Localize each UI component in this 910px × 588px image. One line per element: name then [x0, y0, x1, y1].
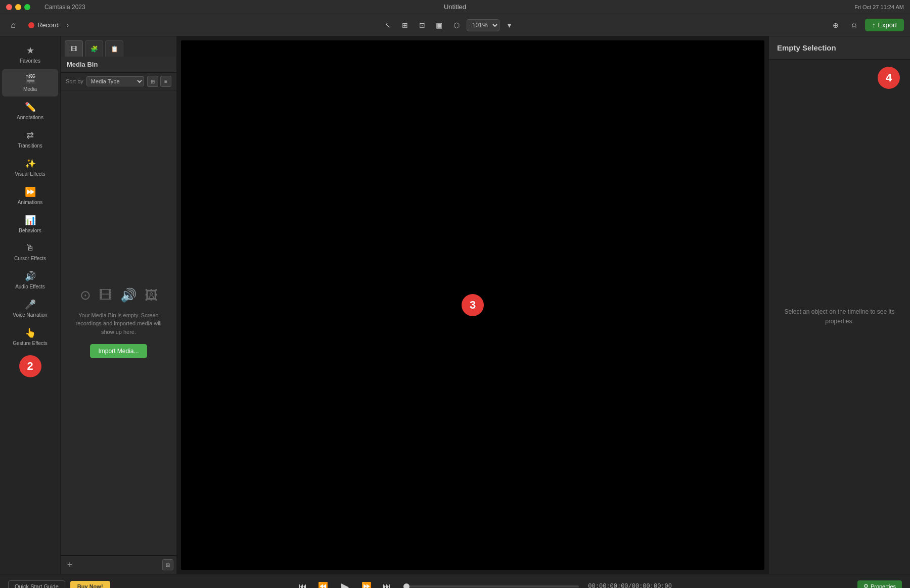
sidebar-item-visual-effects[interactable]: ✨ Visual Effects — [2, 154, 58, 181]
record-chevron-icon: › — [67, 22, 69, 29]
home-button[interactable]: ⌂ — [6, 18, 20, 32]
audio-effects-icon: 🔊 — [25, 271, 36, 282]
media-bin-tab-icon: 🎞 — [71, 45, 77, 53]
app-name: Camtasia 2023 — [44, 4, 85, 11]
skip-forward-button[interactable]: ⏭ — [379, 579, 394, 589]
media-empty-text: Your Media Bin is empty. Screen recordin… — [71, 311, 166, 336]
gesture-effects-icon: 👆 — [25, 327, 36, 338]
sidebar-item-audio-effects[interactable]: 🔊 Audio Effects — [2, 267, 58, 294]
snap-tool-button[interactable]: ⊡ — [415, 18, 429, 32]
media-icon: 🎬 — [25, 73, 36, 84]
play-button[interactable]: ▶ — [336, 577, 354, 589]
canvas-tool-button[interactable]: ⬡ — [449, 18, 464, 32]
sidebar-label-transitions: Transitions — [18, 143, 42, 149]
panel-sort-bar: Sort by Media Type ⊞ ≡ — [61, 73, 176, 90]
panel-tab-lib[interactable]: 🧩 — [85, 40, 103, 57]
annotation-badge-3: 3 — [462, 294, 484, 316]
assets-tab-icon: 📋 — [111, 45, 118, 53]
sidebar-label-annotations: Annotations — [17, 115, 43, 121]
sidebar-label-gesture-effects: Gesture Effects — [13, 340, 48, 347]
select-tool-button[interactable]: ↖ — [381, 18, 395, 32]
quick-start-guide-button[interactable]: Quick Start Guide — [8, 580, 65, 589]
voice-narration-icon: 🎤 — [25, 299, 36, 310]
sidebar-item-favorites[interactable]: ★ Favorites — [2, 41, 58, 68]
grid-tool-button[interactable]: ⊞ — [398, 18, 412, 32]
sidebar-item-voice-narration[interactable]: 🎤 Voice Narration — [2, 295, 58, 322]
current-timecode: 00:00:00;00 — [588, 583, 628, 589]
panel-tab-assets[interactable]: 📋 — [105, 40, 123, 57]
record-indicator — [28, 22, 34, 28]
timeline-area: Quick Start Guide Buy Now! ⏮ ⏪ ▶ ⏩ ⏭ 00:… — [0, 574, 910, 588]
step-back-button[interactable]: ⏪ — [315, 579, 331, 589]
share-icon-button[interactable]: ⎙ — [847, 18, 861, 32]
preview-area: 3 — [177, 36, 768, 574]
panel-area: 🎞 🧩 📋 Media Bin Sort by Media Type ⊞ ≡ — [61, 36, 177, 574]
sort-label: Sort by — [66, 78, 83, 84]
layout-tool-button[interactable]: ▣ — [432, 18, 446, 32]
fullscreen-button[interactable] — [24, 4, 30, 10]
media-type-icons: ⊙ 🎞 🔊 🖼 — [80, 287, 158, 303]
buy-now-button[interactable]: Buy Now! — [70, 581, 110, 589]
audio-media-icon: 🔊 — [120, 287, 136, 303]
properties-btn-label: Properties — [871, 583, 896, 589]
zoom-dropdown-button[interactable]: ▾ — [503, 18, 517, 32]
list-view-button[interactable]: ≡ — [160, 76, 171, 87]
playback-timeline[interactable] — [403, 585, 579, 587]
sidebar-label-voice-narration: Voice Narration — [13, 312, 47, 318]
import-media-button[interactable]: Import Media... — [90, 344, 147, 358]
properties-panel: 4 Empty Selection Select an object on th… — [768, 36, 910, 574]
lib-tab-icon: 🧩 — [90, 45, 98, 53]
sidebar-item-cursor-effects[interactable]: 🖱 Cursor Effects — [2, 239, 58, 266]
center-toolbar-controls: ↖ ⊞ ⊡ ▣ ⬡ 101% ▾ — [381, 18, 517, 32]
properties-panel-button[interactable]: ⚙ Properties — [857, 580, 902, 588]
panel-header: Media Bin — [61, 57, 176, 73]
sort-icons: ⊞ ≡ — [147, 76, 171, 87]
add-icon-button[interactable]: ⊕ — [829, 18, 843, 32]
visual-effects-icon: ✨ — [25, 158, 36, 169]
panel-tab-media-bin[interactable]: 🎞 — [65, 40, 83, 57]
grid-layout-button[interactable]: ⊞ — [162, 559, 173, 570]
system-status: Fri Oct 27 11:24 AM — [854, 4, 904, 10]
playback-thumb[interactable] — [403, 583, 410, 589]
grid-view-button[interactable]: ⊞ — [147, 76, 158, 87]
sidebar-label-visual-effects: Visual Effects — [15, 171, 45, 177]
sidebar-item-gesture-effects[interactable]: 👆 Gesture Effects — [2, 323, 58, 351]
timecode-display: 00:00:00;00/00:00:00;00 — [588, 583, 672, 589]
record-button[interactable]: Record — [24, 19, 63, 31]
add-item-button[interactable]: + — [64, 559, 76, 571]
transitions-icon: ⇄ — [26, 130, 34, 141]
window-title: Untitled — [444, 3, 466, 11]
skip-back-button[interactable]: ⏮ — [295, 579, 310, 589]
sidebar-item-transitions[interactable]: ⇄ Transitions — [2, 126, 58, 153]
title-bar: Camtasia 2023 Untitled Fri Oct 27 11:24 … — [0, 0, 910, 14]
close-button[interactable] — [6, 4, 12, 10]
sidebar-item-annotations[interactable]: ✏️ Annotations — [2, 97, 58, 125]
zoom-select[interactable]: 101% — [467, 19, 499, 31]
annotation-badge-2: 2 — [19, 355, 41, 377]
sidebar-label-cursor-effects: Cursor Effects — [14, 256, 46, 262]
sidebar-item-animations[interactable]: ⏩ Animations — [2, 182, 58, 210]
step-forward-button[interactable]: ⏩ — [359, 579, 374, 589]
sidebar-label-animations: Animations — [18, 200, 42, 206]
animations-icon: ⏩ — [25, 186, 36, 198]
sidebar-item-behaviors[interactable]: 📊 Behaviors — [2, 211, 58, 238]
star-icon: ★ — [26, 45, 34, 56]
cursor-effects-icon: 🖱 — [26, 243, 35, 254]
sidebar-label-audio-effects: Audio Effects — [15, 284, 45, 290]
preview-canvas: 3 — [181, 40, 764, 570]
video-media-icon: 🎞 — [99, 287, 112, 303]
record-label: Record — [37, 21, 59, 29]
sidebar-item-media[interactable]: 🎬 Media — [2, 69, 58, 96]
export-button[interactable]: ↑ Export — [865, 19, 904, 31]
sort-select[interactable]: Media Type — [86, 76, 144, 86]
image-media-icon: 🖼 — [145, 287, 158, 303]
media-bin-content: ⊙ 🎞 🔊 🖼 Your Media Bin is empty. Screen … — [61, 90, 176, 555]
playback-controls: Quick Start Guide Buy Now! ⏮ ⏪ ▶ ⏩ ⏭ 00:… — [0, 574, 910, 588]
gear-icon: ⚙ — [863, 583, 869, 588]
properties-empty-state: Select an object on the timeline to see … — [769, 60, 910, 574]
panel-tabs: 🎞 🧩 📋 — [61, 36, 176, 57]
minimize-button[interactable] — [15, 4, 21, 10]
total-timecode: 00:00:00;00 — [632, 583, 672, 589]
properties-header: Empty Selection — [769, 36, 910, 60]
datetime: Fri Oct 27 11:24 AM — [854, 4, 904, 10]
